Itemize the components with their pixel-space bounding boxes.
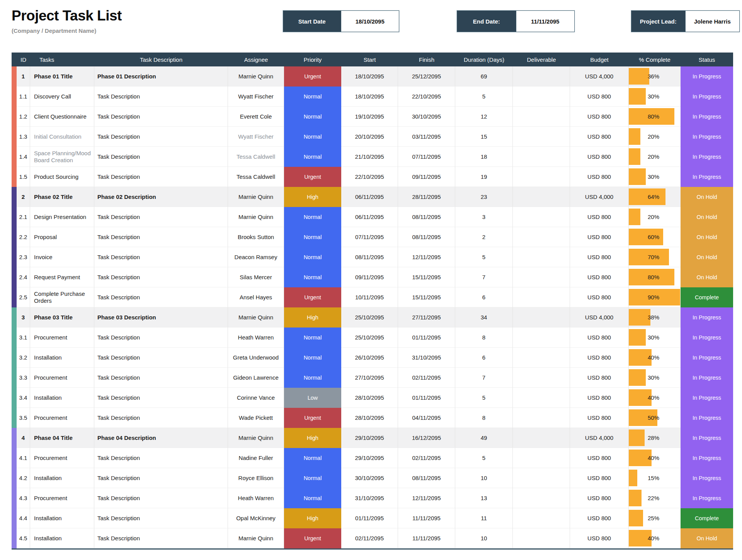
cell-duration[interactable]: 3 — [455, 207, 513, 227]
cell-percent-complete[interactable]: 40% — [629, 448, 681, 468]
priority-badge[interactable]: Low — [284, 388, 341, 408]
priority-badge[interactable]: Normal — [284, 348, 341, 368]
cell-task-description[interactable]: Task Description — [94, 488, 228, 508]
cell-task-description[interactable]: Task Description — [94, 328, 228, 348]
cell-task-description[interactable]: Task Description — [94, 247, 228, 267]
cell-duration[interactable]: 5 — [455, 87, 513, 107]
cell-start-date[interactable]: 02/11/2095 — [341, 528, 398, 548]
cell-deliverable[interactable] — [513, 247, 570, 267]
priority-badge[interactable]: High — [284, 187, 341, 207]
cell-duration[interactable]: 7 — [455, 368, 513, 388]
cell-id[interactable]: 1 — [17, 66, 30, 87]
cell-task-description[interactable]: Task Description — [94, 167, 228, 187]
cell-budget[interactable]: USD 800 — [570, 127, 629, 147]
cell-duration[interactable]: 6 — [455, 348, 513, 368]
cell-finish-date[interactable]: 09/11/2095 — [398, 167, 455, 187]
column-header-assignee[interactable]: Assignee — [228, 53, 284, 66]
cell-start-date[interactable]: 06/11/2095 — [341, 207, 398, 227]
cell-deliverable[interactable] — [513, 448, 570, 468]
cell-task-name[interactable]: Complete Purchase Orders — [30, 287, 94, 307]
cell-task-description[interactable]: Task Description — [94, 147, 228, 167]
cell-id[interactable]: 1.3 — [17, 127, 30, 147]
cell-id[interactable]: 4.1 — [17, 448, 30, 468]
cell-percent-complete[interactable]: 90% — [629, 287, 681, 307]
cell-percent-complete[interactable]: 20% — [629, 127, 681, 147]
cell-task-name[interactable]: Phase 01 Title — [30, 66, 94, 87]
column-header-finish[interactable]: Finish — [398, 53, 455, 66]
cell-task-description[interactable]: Task Description — [94, 408, 228, 428]
cell-assignee[interactable]: Wade Pickett — [228, 408, 284, 428]
cell-deliverable[interactable] — [513, 107, 570, 127]
cell-finish-date[interactable]: 11/11/2095 — [398, 528, 455, 548]
priority-badge[interactable]: Normal — [284, 107, 341, 127]
cell-task-name[interactable]: Initial Consultation — [30, 127, 94, 147]
status-badge[interactable]: In Progress — [681, 428, 733, 448]
cell-duration[interactable]: 5 — [455, 448, 513, 468]
priority-badge[interactable]: Normal — [284, 368, 341, 388]
cell-percent-complete[interactable]: 25% — [629, 508, 681, 528]
cell-task-name[interactable]: Proposal — [30, 227, 94, 247]
cell-task-name[interactable]: Installation — [30, 388, 94, 408]
cell-finish-date[interactable]: 08/11/2095 — [398, 227, 455, 247]
cell-id[interactable]: 3.1 — [17, 328, 30, 348]
cell-assignee[interactable]: Brooks Sutton — [228, 227, 284, 247]
status-badge[interactable]: Complete — [681, 508, 733, 528]
cell-task-name[interactable]: Design Presentation — [30, 207, 94, 227]
cell-duration[interactable]: 69 — [455, 66, 513, 87]
cell-duration[interactable]: 19 — [455, 167, 513, 187]
cell-start-date[interactable]: 28/10/2095 — [341, 388, 398, 408]
cell-finish-date[interactable]: 16/12/2095 — [398, 428, 455, 448]
cell-finish-date[interactable]: 15/11/2095 — [398, 287, 455, 307]
cell-deliverable[interactable] — [513, 368, 570, 388]
cell-task-description[interactable]: Phase 04 Description — [94, 428, 228, 448]
cell-task-name[interactable]: Phase 03 Title — [30, 307, 94, 328]
cell-task-description[interactable]: Task Description — [94, 468, 228, 488]
cell-percent-complete[interactable]: 30% — [629, 328, 681, 348]
cell-deliverable[interactable] — [513, 187, 570, 207]
cell-percent-complete[interactable]: 30% — [629, 87, 681, 107]
cell-finish-date[interactable]: 03/11/2095 — [398, 127, 455, 147]
cell-task-description[interactable]: Task Description — [94, 127, 228, 147]
cell-assignee[interactable]: Marnie Quinn — [228, 428, 284, 448]
cell-budget[interactable]: USD 4,000 — [570, 66, 629, 87]
cell-percent-complete[interactable]: 20% — [629, 147, 681, 167]
cell-start-date[interactable]: 20/10/2095 — [341, 127, 398, 147]
cell-assignee[interactable]: Royce Ellison — [228, 468, 284, 488]
cell-percent-complete[interactable]: 60% — [629, 227, 681, 247]
cell-id[interactable]: 3.5 — [17, 408, 30, 428]
column-header--complete[interactable]: % Complete — [629, 53, 681, 66]
cell-assignee[interactable]: Heath Warren — [228, 328, 284, 348]
cell-deliverable[interactable] — [513, 307, 570, 328]
status-badge[interactable]: In Progress — [681, 107, 733, 127]
cell-percent-complete[interactable]: 22% — [629, 488, 681, 508]
cell-assignee[interactable]: Deacon Ramsey — [228, 247, 284, 267]
cell-duration[interactable]: 8 — [455, 408, 513, 428]
cell-budget[interactable]: USD 4,000 — [570, 307, 629, 328]
cell-assignee[interactable]: Ansel Hayes — [228, 287, 284, 307]
cell-percent-complete[interactable]: 40% — [629, 388, 681, 408]
cell-percent-complete[interactable]: 15% — [629, 468, 681, 488]
cell-duration[interactable]: 15 — [455, 127, 513, 147]
cell-id[interactable]: 2.4 — [17, 267, 30, 287]
priority-badge[interactable]: Normal — [284, 328, 341, 348]
priority-badge[interactable]: High — [284, 428, 341, 448]
cell-id[interactable]: 4.4 — [17, 508, 30, 528]
cell-assignee[interactable]: Greta Underwood — [228, 348, 284, 368]
cell-task-name[interactable]: Discovery Call — [30, 87, 94, 107]
cell-finish-date[interactable]: 15/11/2095 — [398, 267, 455, 287]
cell-duration[interactable]: 5 — [455, 247, 513, 267]
cell-start-date[interactable]: 08/11/2095 — [341, 247, 398, 267]
cell-deliverable[interactable] — [513, 528, 570, 548]
cell-duration[interactable]: 23 — [455, 187, 513, 207]
status-badge[interactable]: In Progress — [681, 368, 733, 388]
cell-assignee[interactable]: Nadine Fuller — [228, 448, 284, 468]
cell-task-name[interactable]: Space Planning/Mood Board Creation — [30, 147, 94, 167]
cell-budget[interactable]: USD 800 — [570, 368, 629, 388]
priority-badge[interactable]: Normal — [284, 147, 341, 167]
priority-badge[interactable]: Normal — [284, 488, 341, 508]
cell-percent-complete[interactable]: 40% — [629, 348, 681, 368]
cell-duration[interactable]: 2 — [455, 227, 513, 247]
cell-assignee[interactable]: Wyatt Fischer — [228, 87, 284, 107]
cell-duration[interactable]: 6 — [455, 287, 513, 307]
priority-badge[interactable]: Normal — [284, 448, 341, 468]
